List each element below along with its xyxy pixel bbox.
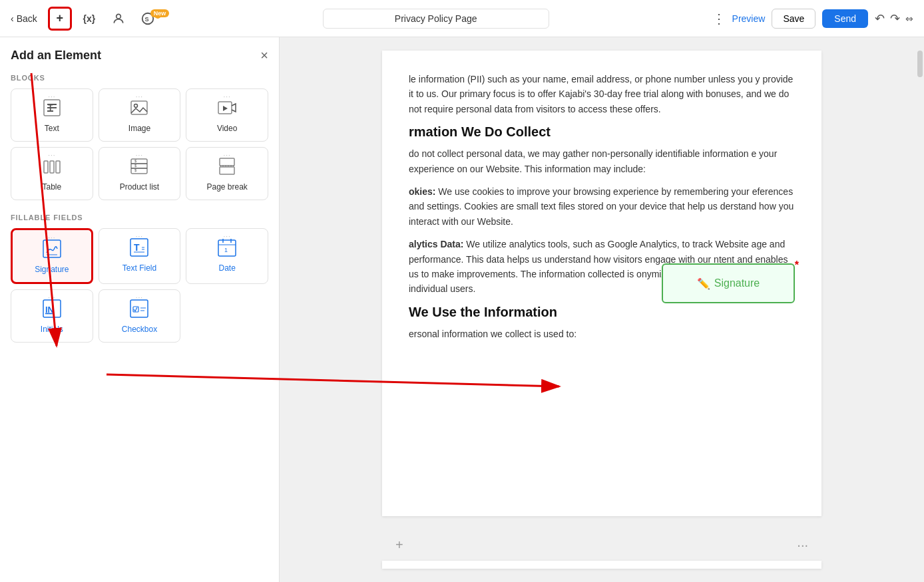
svg-text:$: $ [134, 164, 137, 168]
page-paragraph-2: do not collect personal data, we may gat… [409, 146, 795, 176]
fillable-section-label: FILLABLE FIELDS [11, 214, 268, 221]
block-checkbox[interactable]: ··· Checkbox [99, 289, 181, 343]
block-initials[interactable]: ··· IN Initials [11, 289, 93, 343]
panel-title: Add an Element [11, 49, 101, 63]
redo-button[interactable]: ↷ [890, 11, 900, 26]
chevron-left-icon: ‹ [11, 13, 14, 24]
close-panel-button[interactable]: × [260, 48, 268, 63]
svg-text:1: 1 [224, 247, 228, 253]
page-add-button[interactable]: + [395, 537, 403, 553]
svg-rect-22 [220, 167, 234, 174]
block-table[interactable]: ··· Table [11, 147, 93, 200]
back-label: Back [17, 13, 37, 24]
svg-text:S: S [144, 15, 148, 22]
block-date[interactable]: ··· 1 Date [186, 228, 268, 284]
page-heading-2: We Use the Information [409, 305, 795, 320]
block-checkbox-label: Checkbox [122, 325, 157, 334]
svg-text:$: $ [134, 168, 137, 172]
page-canvas: le information (PII) such as your name, … [382, 51, 821, 516]
block-date-label: Date [218, 263, 235, 273]
more-options-button[interactable]: ⋮ [712, 11, 726, 27]
save-button[interactable]: Save [772, 9, 815, 29]
scrollbar-thumb[interactable] [917, 51, 923, 77]
blocks-grid: ··· T Text ··· [11, 88, 268, 200]
svg-text:T: T [134, 242, 140, 253]
block-product-list-label: Product list [120, 182, 159, 192]
drag-dots: ··· [136, 152, 143, 159]
block-text[interactable]: ··· T Text [11, 88, 93, 142]
block-product-list[interactable]: ··· $ $ $ Product list [99, 147, 181, 200]
drag-dots: ··· [136, 294, 143, 301]
drag-dots: ··· [223, 152, 230, 159]
page-title-input[interactable] [323, 9, 549, 29]
block-video-label: Video [217, 124, 237, 133]
block-signature[interactable]: ··· Signature [11, 228, 93, 284]
drag-dots: ··· [223, 93, 230, 100]
toolbar-icons: + {x} S New [48, 7, 160, 31]
page-paragraph-5: ersonal information we collect is used t… [409, 327, 795, 341]
svg-rect-14 [56, 161, 60, 173]
page-canvas-2 [382, 561, 821, 569]
block-signature-label: Signature [35, 265, 69, 274]
signature-field-label: Signature [714, 277, 760, 289]
block-text-field-label: Text Field [122, 263, 156, 273]
block-text-field[interactable]: ··· T Text Field [99, 228, 181, 284]
svg-rect-21 [220, 158, 234, 166]
signature-pencil-icon: ✏️ [697, 277, 710, 290]
block-video[interactable]: ··· Video [186, 88, 268, 142]
smart-button-wrapper: S New [136, 7, 160, 31]
block-text-label: Text [45, 124, 59, 133]
block-image[interactable]: ··· Image [99, 88, 181, 142]
plus-icon: + [57, 11, 64, 25]
signature-required-indicator: * [795, 259, 799, 271]
page-paragraph-1: le information (PII) such as your name, … [409, 72, 795, 116]
svg-rect-8 [131, 101, 147, 114]
main-layout: Add an Element × BLOCKS ··· T Text [0, 37, 924, 582]
blocks-section-label: BLOCKS [11, 74, 268, 82]
back-button[interactable]: ‹ Back [11, 13, 37, 24]
page-heading-1: rmation We Do Collect [409, 124, 795, 140]
variables-button[interactable]: {x} [77, 7, 101, 31]
svg-text:$: $ [134, 159, 137, 163]
add-button-wrapper: + [48, 7, 72, 31]
content-area: le information (PII) such as your name, … [280, 37, 924, 582]
title-area [168, 9, 704, 29]
add-element-panel: Add an Element × BLOCKS ··· T Text [0, 37, 279, 366]
block-initials-label: Initials [41, 325, 63, 334]
preview-button[interactable]: Preview [732, 13, 766, 24]
drag-dots: ··· [48, 93, 55, 100]
svg-point-9 [134, 104, 138, 108]
signature-field[interactable]: ✏️ Signature * [662, 263, 795, 303]
drag-dots: ··· [48, 294, 55, 301]
svg-rect-13 [50, 161, 54, 173]
drag-dots: ··· [48, 234, 55, 241]
svg-text:T: T [48, 103, 53, 112]
svg-marker-11 [223, 106, 228, 111]
scrollbar-track[interactable] [916, 37, 924, 582]
panel-header: Add an Element × [11, 48, 268, 63]
drag-dots: ··· [48, 152, 55, 159]
add-element-button[interactable]: + [48, 7, 72, 31]
sidebar: Add an Element × BLOCKS ··· T Text [0, 37, 280, 582]
block-page-break[interactable]: ··· Page break [186, 147, 268, 200]
fillable-grid: ··· Signature ··· T [11, 228, 268, 343]
send-button[interactable]: Send [822, 9, 868, 28]
svg-point-0 [116, 14, 120, 19]
undo-button[interactable]: ↶ [875, 11, 885, 26]
page-paragraph-3: okies: We use cookies to improve your br… [409, 184, 795, 229]
block-page-break-label: Page break [206, 182, 247, 192]
block-image-label: Image [128, 124, 150, 133]
drag-dots: ··· [223, 233, 230, 240]
fit-button[interactable]: ⇔ [905, 13, 913, 24]
page-more-button[interactable]: ··· [797, 537, 808, 553]
user-button[interactable] [107, 7, 130, 31]
new-badge: New [150, 9, 170, 17]
undo-redo-group: ↶ ↷ ⇔ [875, 11, 913, 26]
top-bar: ‹ Back + {x} S New ⋮ Preview Save Send [0, 0, 924, 37]
drag-dots: ··· [136, 93, 143, 100]
top-right: ⋮ Preview Save Send ↶ ↷ ⇔ [712, 9, 913, 29]
svg-rect-15 [131, 159, 147, 174]
block-table-label: Table [42, 182, 61, 192]
svg-rect-12 [44, 161, 48, 173]
page-add-bar: + ··· [382, 529, 821, 561]
